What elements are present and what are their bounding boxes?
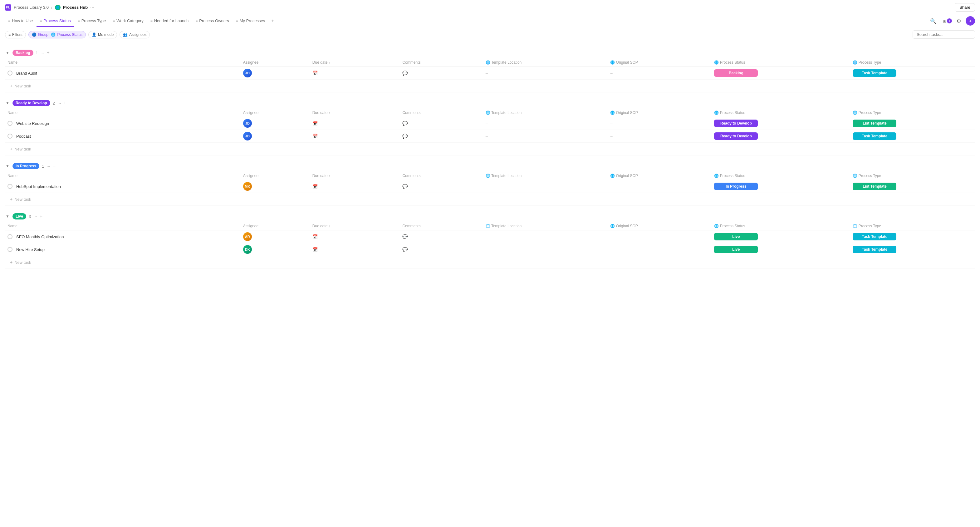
- original-sop-value: –: [610, 234, 612, 239]
- table-row[interactable]: Website Redesign JD 📅 💬 – – Ready to Dev…: [5, 117, 975, 130]
- group-chip[interactable]: 🔵 Group: 🌐 Process Status: [29, 31, 86, 38]
- new-task-row-ready-to-develop[interactable]: + New task: [5, 143, 975, 156]
- group-add-live[interactable]: +: [40, 213, 43, 219]
- task-procstatus-cell[interactable]: Live: [711, 243, 850, 256]
- group-header-live: ▼ Live 3 ··· +: [5, 213, 975, 220]
- share-button[interactable]: Share: [955, 3, 975, 11]
- settings-button[interactable]: ⚙: [955, 16, 963, 25]
- more-options-icon[interactable]: ···: [90, 5, 94, 10]
- task-comments-cell[interactable]: 💬: [400, 231, 483, 243]
- user-avatar-button[interactable]: +: [966, 16, 975, 25]
- task-checkbox[interactable]: [8, 121, 13, 126]
- new-task-row-in-progress[interactable]: + New task: [5, 193, 975, 206]
- task-proctype-cell[interactable]: List Template: [850, 117, 975, 130]
- tab-my-processes[interactable]: ≡ My Processes: [233, 15, 269, 27]
- task-duedate-cell[interactable]: 📅: [310, 180, 400, 193]
- tab-work-category[interactable]: ≡ Work Category: [110, 15, 146, 27]
- task-checkbox[interactable]: [8, 184, 13, 189]
- col-header-duedate[interactable]: Due date ↑: [310, 58, 400, 67]
- assignees-chip[interactable]: 👥 Assignees: [119, 31, 150, 38]
- group-more-backlog[interactable]: ···: [41, 50, 44, 55]
- process-status-badge[interactable]: In Progress: [714, 183, 758, 190]
- task-comments-cell[interactable]: 💬: [400, 117, 483, 130]
- tab-how-to-use[interactable]: ≡ How to Use: [5, 15, 36, 27]
- collapse-arrow-backlog[interactable]: ▼: [5, 50, 10, 56]
- col-header-duedate[interactable]: Due date ↑: [310, 172, 400, 180]
- task-proctype-cell[interactable]: Task Template: [850, 67, 975, 80]
- tab-process-status[interactable]: ≡ Process Status: [37, 15, 74, 27]
- comment-icon: 💬: [402, 134, 407, 139]
- collapse-arrow-live[interactable]: ▼: [5, 213, 10, 219]
- task-comments-cell[interactable]: 💬: [400, 67, 483, 80]
- process-type-badge[interactable]: Task Template: [853, 69, 896, 77]
- filters-chip[interactable]: ≡ Filters: [5, 31, 26, 38]
- group-section-live: ▼ Live 3 ··· + Name Assignee Due date ↑ …: [5, 213, 975, 269]
- add-tab-button[interactable]: +: [269, 15, 277, 27]
- task-checkbox[interactable]: [8, 247, 13, 252]
- new-task-cell[interactable]: + New task: [5, 143, 975, 156]
- new-task-plus-icon: +: [10, 260, 13, 265]
- process-type-badge[interactable]: List Template: [853, 119, 896, 127]
- task-duedate-cell[interactable]: 📅: [310, 130, 400, 143]
- process-status-badge[interactable]: Live: [714, 246, 758, 253]
- task-proctype-cell[interactable]: Task Template: [850, 231, 975, 243]
- tab-process-type[interactable]: ≡ Process Type: [75, 15, 109, 27]
- new-task-row-backlog[interactable]: + New task: [5, 80, 975, 92]
- collapse-arrow-in-progress[interactable]: ▼: [5, 163, 10, 169]
- group-add-backlog[interactable]: +: [46, 50, 49, 56]
- table-row[interactable]: SEO Monthly Optimization AR 📅 💬 – – Live: [5, 231, 975, 243]
- task-duedate-cell[interactable]: 📅: [310, 117, 400, 130]
- group-more-ready-to-develop[interactable]: ···: [57, 100, 61, 105]
- tab-process-owners[interactable]: ≡ Process Owners: [192, 15, 232, 27]
- new-task-cell[interactable]: + New task: [5, 80, 975, 92]
- task-duedate-cell[interactable]: 📅: [310, 243, 400, 256]
- table-row[interactable]: HubSpot Implementation MK 📅 💬 – – In Pro…: [5, 180, 975, 193]
- table-row[interactable]: Brand Audit JD 📅 💬 – – Backlog Task: [5, 67, 975, 80]
- me-mode-chip[interactable]: 👤 Me mode: [88, 31, 117, 38]
- task-procstatus-cell[interactable]: In Progress: [711, 180, 850, 193]
- process-type-badge[interactable]: Task Template: [853, 132, 896, 140]
- task-proctype-cell[interactable]: Task Template: [850, 130, 975, 143]
- task-proctype-cell[interactable]: Task Template: [850, 243, 975, 256]
- process-type-badge[interactable]: Task Template: [853, 246, 896, 253]
- task-comments-cell[interactable]: 💬: [400, 180, 483, 193]
- task-procstatus-cell[interactable]: Live: [711, 231, 850, 243]
- group-add-in-progress[interactable]: +: [53, 163, 56, 169]
- task-procstatus-cell[interactable]: Ready to Develop: [711, 130, 850, 143]
- task-checkbox[interactable]: [8, 234, 13, 239]
- search-button[interactable]: 🔍: [929, 16, 938, 25]
- task-proctype-cell[interactable]: List Template: [850, 180, 975, 193]
- search-input[interactable]: [913, 30, 975, 39]
- col-header-temploc: 🌐 Template Location: [483, 222, 608, 231]
- task-comments-cell[interactable]: 💬: [400, 243, 483, 256]
- group-more-in-progress[interactable]: ···: [46, 164, 50, 169]
- col-header-duedate[interactable]: Due date ↑: [310, 109, 400, 117]
- task-duedate-cell[interactable]: 📅: [310, 67, 400, 80]
- task-comments-cell[interactable]: 💬: [400, 130, 483, 143]
- new-task-row-live[interactable]: + New task: [5, 256, 975, 269]
- table-row[interactable]: Podcast JD 📅 💬 – – Ready to Develop: [5, 130, 975, 143]
- process-type-badge[interactable]: Task Template: [853, 233, 896, 240]
- task-checkbox[interactable]: [8, 134, 13, 139]
- task-procstatus-cell[interactable]: Ready to Develop: [711, 117, 850, 130]
- col-header-duedate[interactable]: Due date ↑: [310, 222, 400, 231]
- group-section-in-progress: ▼ In Progress 1 ··· + Name Assignee Due …: [5, 163, 975, 206]
- new-task-label: New task: [14, 197, 31, 202]
- process-status-badge[interactable]: Backlog: [714, 69, 758, 77]
- tab-needed-for-launch[interactable]: ≡ Needed for Launch: [147, 15, 192, 27]
- collapse-arrow-ready-to-develop[interactable]: ▼: [5, 100, 10, 106]
- process-status-badge[interactable]: Ready to Develop: [714, 132, 758, 140]
- table-row[interactable]: New Hire Setup DK 📅 💬 – – Live Task: [5, 243, 975, 256]
- new-task-cell[interactable]: + New task: [5, 193, 975, 206]
- process-status-badge[interactable]: Live: [714, 233, 758, 240]
- col-header-temploc: 🌐 Template Location: [483, 172, 608, 180]
- process-status-badge[interactable]: Ready to Develop: [714, 119, 758, 127]
- task-duedate-cell[interactable]: 📅: [310, 231, 400, 243]
- col-header-name: Name: [5, 58, 241, 67]
- process-type-badge[interactable]: List Template: [853, 183, 896, 190]
- task-checkbox[interactable]: [8, 70, 13, 76]
- group-add-ready-to-develop[interactable]: +: [64, 100, 67, 106]
- task-procstatus-cell[interactable]: Backlog: [711, 67, 850, 80]
- group-more-live[interactable]: ···: [33, 214, 37, 219]
- new-task-cell[interactable]: + New task: [5, 256, 975, 269]
